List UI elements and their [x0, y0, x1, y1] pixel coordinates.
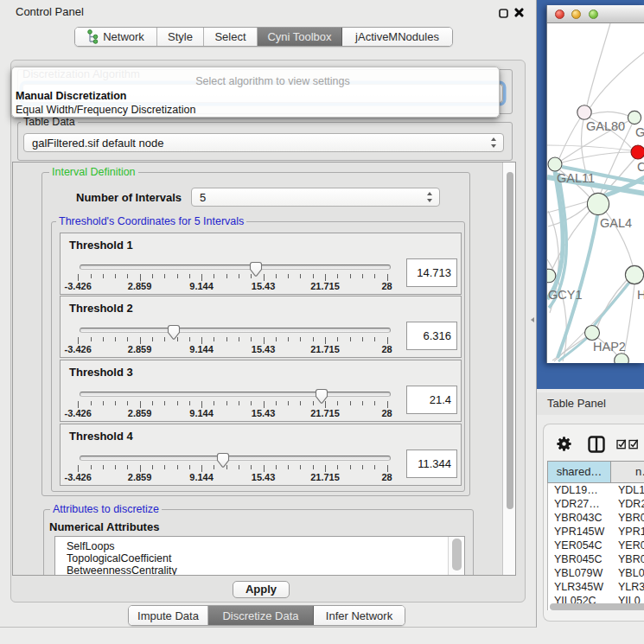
- slider-thumb[interactable]: [249, 261, 263, 278]
- splitter-collapse-icon[interactable]: [531, 317, 534, 322]
- network-canvas[interactable]: GAL80GACGAL11GAL4GCY1HHAP2: [547, 23, 644, 363]
- split-columns-icon[interactable]: [588, 436, 605, 453]
- bottom-tab-label: Impute Data: [137, 609, 199, 622]
- network-node[interactable]: [615, 354, 629, 363]
- tab-jactivemnodules[interactable]: jActiveMNodules: [342, 28, 452, 46]
- slider-tick: [164, 401, 165, 405]
- slider-tick: [276, 401, 277, 405]
- table-header-name[interactable]: n…: [611, 461, 644, 483]
- horizontal-scrollbar[interactable]: [548, 603, 644, 610]
- network-edge[interactable]: [590, 52, 644, 107]
- network-window-titlebar[interactable]: [547, 5, 644, 23]
- list-item[interactable]: BetweennessCentrality: [67, 564, 177, 576]
- table-header-shared[interactable]: shared…: [547, 461, 611, 483]
- slider-tick-label: 2.859: [128, 344, 152, 354]
- slider-tick: [103, 274, 104, 278]
- list-item[interactable]: SelfLoops: [67, 540, 115, 552]
- list-scrollbar[interactable]: [448, 537, 464, 576]
- list-scrollbar-thumb[interactable]: [452, 539, 462, 571]
- threshold-value-field[interactable]: 14.713: [406, 258, 457, 287]
- slider-track[interactable]: [80, 392, 391, 397]
- attributes-list[interactable]: SelfLoopsTopologicalCoefficientBetweenne…: [54, 536, 465, 576]
- table-row[interactable]: YPR145WYPR1: [548, 525, 644, 539]
- table-cell-name: YLR3: [618, 581, 644, 593]
- slider-track[interactable]: [80, 265, 391, 270]
- slider-tick-label: 21.715: [310, 344, 340, 354]
- bottom-tab-infer-network[interactable]: Infer Network: [314, 606, 405, 625]
- network-edge[interactable]: [548, 205, 589, 226]
- float-window-icon[interactable]: [499, 9, 508, 18]
- table-row[interactable]: YDL19…YDL1: [548, 483, 644, 497]
- network-node[interactable]: [587, 193, 609, 214]
- slider-tick: [387, 274, 388, 281]
- table-row[interactable]: YER054CYER0: [548, 539, 644, 552]
- tab-select[interactable]: Select: [204, 28, 258, 46]
- vertical-scrollbar[interactable]: [502, 163, 515, 575]
- network-node[interactable]: [585, 326, 600, 341]
- dropdown-item-equal-width[interactable]: Equal Width/Frequency Discretization: [16, 104, 195, 116]
- bottom-tab-discretize-data[interactable]: Discretize Data: [208, 606, 314, 625]
- slider-track[interactable]: [80, 456, 391, 461]
- zoom-traffic-light[interactable]: [589, 10, 598, 19]
- slider-thumb[interactable]: [315, 388, 328, 405]
- slider-tick: [350, 401, 351, 405]
- network-node[interactable]: [631, 145, 644, 159]
- close-icon[interactable]: [514, 8, 524, 17]
- node-table[interactable]: YDL19…YDL1YDR27…YDR2YBR043CYBR0YPR145WYP…: [547, 483, 644, 610]
- slider-thumb[interactable]: [167, 324, 181, 341]
- checkbox-icon[interactable]: [628, 438, 639, 450]
- network-window: GAL80GACGAL11GAL4GCY1HHAP2: [546, 5, 644, 363]
- horizontal-scrollbar-thumb[interactable]: [550, 603, 644, 610]
- close-traffic-light[interactable]: [555, 10, 564, 19]
- threshold-value-field[interactable]: 11.344: [406, 450, 457, 478]
- dropdown-item-manual[interactable]: Manual Discretization: [16, 90, 127, 102]
- apply-button[interactable]: Apply: [233, 581, 290, 598]
- threshold-value-field[interactable]: 6.316: [406, 322, 457, 350]
- network-node[interactable]: [625, 265, 643, 284]
- threshold-panel: Threshold 3-3.4262.8599.14415.4321.71528…: [60, 360, 462, 422]
- minimize-traffic-light[interactable]: [571, 10, 581, 19]
- slider-tick: [189, 274, 190, 278]
- table-data-combobox[interactable]: galFiltered.sif default node: [23, 133, 504, 152]
- threshold-label: Threshold 2: [69, 302, 133, 315]
- number-of-intervals-value: 5: [200, 188, 206, 206]
- slider-tick: [325, 337, 326, 344]
- checkbox-icon[interactable]: [616, 438, 627, 450]
- slider-tick: [91, 337, 92, 341]
- slider-tick-label: 21.715: [310, 408, 340, 418]
- bottom-tab-impute-data[interactable]: Impute Data: [129, 606, 208, 625]
- network-node[interactable]: [628, 111, 641, 124]
- threshold-value-field[interactable]: 21.4: [406, 386, 457, 414]
- table-row[interactable]: YBR045CYBR0: [548, 552, 644, 566]
- network-edge[interactable]: [600, 124, 632, 194]
- table-row[interactable]: YLR345WYLR3: [548, 580, 644, 594]
- tab-cyni-toolbox[interactable]: Cyni Toolbox: [258, 28, 342, 46]
- slider-thumb[interactable]: [216, 452, 230, 469]
- network-edge-highlighted[interactable]: [594, 283, 629, 326]
- tab-network[interactable]: Network: [75, 28, 157, 46]
- tab-label: Network: [103, 30, 144, 43]
- network-edge[interactable]: [559, 118, 580, 158]
- network-edge[interactable]: [587, 23, 610, 105]
- attributes-group-title: Attributes to discretize: [50, 503, 162, 515]
- slider-tick: [78, 401, 79, 408]
- slider-tick-label: 15.43: [252, 281, 276, 291]
- tab-style[interactable]: Style: [157, 28, 204, 46]
- vertical-scrollbar-thumb[interactable]: [507, 172, 513, 509]
- table-row[interactable]: YBL079WYBL0: [548, 566, 644, 580]
- network-node[interactable]: [577, 105, 591, 119]
- list-item[interactable]: TopologicalCoefficient: [67, 552, 171, 564]
- slider-tick: [374, 401, 375, 405]
- network-edge[interactable]: [591, 112, 628, 116]
- slider-track[interactable]: [80, 328, 391, 333]
- slider-tick: [362, 465, 363, 469]
- network-edge[interactable]: [547, 145, 631, 150]
- dropdown-prompt[interactable]: Select algorithm to view settings: [47, 75, 499, 87]
- network-node[interactable]: [548, 157, 562, 171]
- table-row[interactable]: YBR043CYBR0: [548, 511, 644, 525]
- gear-icon[interactable]: [557, 437, 571, 451]
- slider-tick: [91, 401, 92, 405]
- number-of-intervals-combobox[interactable]: 5: [191, 188, 440, 207]
- table-row[interactable]: YDR27…YDR2: [548, 497, 644, 511]
- slider-tick: [115, 337, 116, 341]
